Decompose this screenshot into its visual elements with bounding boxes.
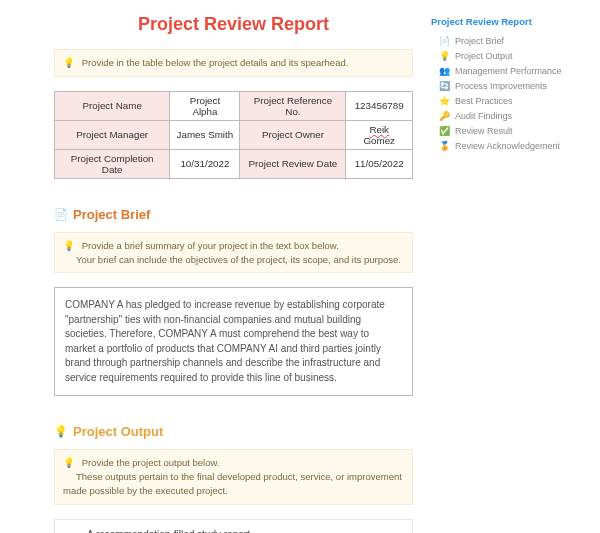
main-content: Project Review Report 💡 Provide in the t… — [0, 10, 425, 533]
toc-title[interactable]: Project Review Report — [431, 16, 580, 27]
output-hint: 💡 Provide the project output below. Thes… — [54, 449, 413, 504]
cell-label: Project Name — [55, 91, 170, 120]
cell-label: Project Owner — [240, 120, 346, 149]
cell-value: Reik Gomez — [346, 120, 413, 149]
cell-label: Project Reference No. — [240, 91, 346, 120]
document-icon: 📄 — [54, 207, 68, 221]
output-list: A recommendation-filled study report Lis… — [61, 526, 276, 533]
toc-item-audit-findings[interactable]: 🔑 Audit Findings — [431, 108, 580, 123]
check-icon: ✅ — [439, 126, 450, 136]
toc-label: Process Improvements — [455, 81, 547, 91]
table-row: Project Manager James Smith Project Owne… — [55, 120, 413, 149]
lightbulb-icon: 💡 — [63, 240, 75, 251]
brief-body: COMPANY A has pledged to increase revenu… — [54, 287, 413, 396]
toc-sidebar: Project Review Report 📄 Project Brief 💡 … — [425, 10, 580, 533]
output-content: A recommendation-filled study report Lis… — [54, 519, 413, 533]
project-details-table: Project Name Project Alpha Project Refer… — [54, 91, 413, 179]
toc-label: Review Result — [455, 126, 513, 136]
document-icon: 📄 — [439, 36, 450, 46]
cell-label: Project Review Date — [240, 149, 346, 178]
cell-value: 10/31/2022 — [170, 149, 240, 178]
brief-hint: 💡 Provide a brief summary of your projec… — [54, 232, 413, 274]
lightbulb-icon: 💡 — [54, 425, 68, 439]
toc-item-best-practices[interactable]: ⭐ Best Practices — [431, 93, 580, 108]
project-brief-heading: 📄 Project Brief — [54, 207, 413, 222]
star-icon: ⭐ — [439, 96, 450, 106]
details-hint-text: Provide in the table below the project d… — [82, 57, 349, 68]
lightbulb-icon: 💡 — [63, 457, 75, 468]
toc-item-review-result[interactable]: ✅ Review Result — [431, 123, 580, 138]
toc-item-project-output[interactable]: 💡 Project Output — [431, 48, 580, 63]
cell-value: 123456789 — [346, 91, 413, 120]
toc-label: Review Acknowledgement — [455, 141, 560, 151]
toc-label: Project Output — [455, 51, 513, 61]
toc-label: Best Practices — [455, 96, 513, 106]
list-item: A recommendation-filled study report — [87, 526, 276, 533]
key-icon: 🔑 — [439, 111, 450, 121]
page-title: Project Review Report — [54, 14, 413, 35]
toc-label: Audit Findings — [455, 111, 512, 121]
toc-item-project-brief[interactable]: 📄 Project Brief — [431, 33, 580, 48]
spellcheck-underline: Reik — [369, 124, 389, 135]
toc-label: Project Brief — [455, 36, 504, 46]
toc-label: Management Performance — [455, 66, 562, 76]
cell-value: James Smith — [170, 120, 240, 149]
people-icon: 👥 — [439, 66, 450, 76]
cycle-icon: 🔄 — [439, 81, 450, 91]
toc-item-review-acknowledgement[interactable]: 🏅 Review Acknowledgement — [431, 138, 580, 153]
cell-label: Project Manager — [55, 120, 170, 149]
output-hint-line2: These outputs pertain to the final devel… — [63, 471, 402, 496]
project-output-heading: 💡 Project Output — [54, 424, 413, 439]
brief-hint-line2: Your brief can include the objectives of… — [76, 254, 401, 265]
cell-value: Project Alpha — [170, 91, 240, 120]
lightbulb-icon: 💡 — [439, 51, 450, 61]
table-row: Project Completion Date 10/31/2022 Proje… — [55, 149, 413, 178]
lightbulb-icon: 💡 — [63, 57, 75, 68]
toc-item-management-performance[interactable]: 👥 Management Performance — [431, 63, 580, 78]
details-hint: 💡 Provide in the table below the project… — [54, 49, 413, 77]
brief-hint-line1: Provide a brief summary of your project … — [82, 240, 339, 251]
cell-value: 11/05/2022 — [346, 149, 413, 178]
table-row: Project Name Project Alpha Project Refer… — [55, 91, 413, 120]
toc-item-process-improvements[interactable]: 🔄 Process Improvements — [431, 78, 580, 93]
output-hint-line1: Provide the project output below. — [82, 457, 220, 468]
cell-label: Project Completion Date — [55, 149, 170, 178]
medal-icon: 🏅 — [439, 141, 450, 151]
